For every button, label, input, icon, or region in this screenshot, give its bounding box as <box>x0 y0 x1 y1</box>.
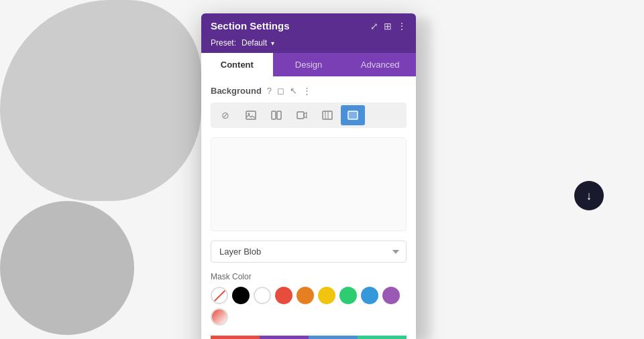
swatch-green[interactable] <box>339 287 357 304</box>
svg-rect-5 <box>323 111 332 119</box>
color-swatches <box>211 287 407 326</box>
down-arrow-button[interactable]: ↓ <box>574 181 604 210</box>
bg-type-color[interactable] <box>341 105 365 125</box>
bg-type-image[interactable] <box>239 105 263 125</box>
background-cursor-icon[interactable]: ↖ <box>290 86 297 96</box>
blob-shape-1 <box>0 0 201 201</box>
tab-content[interactable]: Content <box>201 53 273 76</box>
cancel-button[interactable]: ✕ <box>211 336 260 339</box>
swatch-black[interactable] <box>232 287 250 304</box>
background-preview-area <box>211 137 407 231</box>
background-link-icon[interactable]: ◻ <box>277 86 284 96</box>
preset-dropdown-icon[interactable]: ▾ <box>271 40 274 47</box>
svg-rect-2 <box>272 111 276 119</box>
swatch-blue[interactable] <box>361 287 378 304</box>
modal-header: Section Settings ⤢ ⊞ ⋮ <box>201 13 416 38</box>
svg-rect-4 <box>297 112 304 119</box>
mask-color-label: Mask Color <box>211 272 407 281</box>
modal-footer: ✕ ↺ ↻ ✓ <box>211 335 407 339</box>
modal-tabs: Content Design Advanced <box>201 53 416 76</box>
more-icon[interactable]: ⋮ <box>397 21 407 31</box>
preset-label: Preset: <box>211 38 236 48</box>
tab-advanced[interactable]: Advanced <box>344 53 416 76</box>
expand-icon[interactable]: ⤢ <box>370 21 378 31</box>
bg-type-none[interactable]: ⊘ <box>213 105 237 125</box>
swatch-orange[interactable] <box>297 287 314 304</box>
modal-body: Background ? ◻ ↖ ⋮ ⊘ <box>201 76 416 339</box>
background-types: ⊘ <box>211 103 407 128</box>
tab-design[interactable]: Design <box>273 53 345 76</box>
bg-type-gradient[interactable] <box>315 105 339 125</box>
modal-preset-row: Preset: Default ▾ <box>201 38 416 53</box>
swatch-transparent[interactable] <box>211 287 228 304</box>
svg-point-1 <box>248 113 250 115</box>
modal-header-icons: ⤢ ⊞ ⋮ <box>370 21 407 31</box>
svg-rect-3 <box>277 111 281 119</box>
blob-shape-2 <box>0 201 134 335</box>
bg-type-text-img[interactable] <box>264 105 288 125</box>
bg-type-video[interactable] <box>290 105 314 125</box>
background-more-icon[interactable]: ⋮ <box>303 86 311 96</box>
background-help-icon[interactable]: ? <box>267 86 272 96</box>
layer-dropdown[interactable]: Layer Blob Layer Circle Layer Square Lay… <box>211 241 407 263</box>
background-row: Background ? ◻ ↖ ⋮ <box>211 86 407 96</box>
swatch-red[interactable] <box>275 287 292 304</box>
preset-value[interactable]: Default <box>241 38 267 48</box>
layout-icon[interactable]: ⊞ <box>384 21 392 31</box>
modal-title: Section Settings <box>211 20 290 31</box>
svg-rect-8 <box>348 111 358 119</box>
settings-modal: Section Settings ⤢ ⊞ ⋮ Preset: Default ▾… <box>201 13 416 339</box>
redo-button[interactable]: ↻ <box>309 336 358 339</box>
swatch-white[interactable] <box>254 287 271 304</box>
swatch-gradient[interactable] <box>211 308 228 326</box>
swatch-yellow[interactable] <box>318 287 335 304</box>
swatch-purple[interactable] <box>382 287 400 304</box>
background-label: Background <box>211 86 262 96</box>
svg-rect-0 <box>246 111 256 119</box>
confirm-button[interactable]: ✓ <box>358 336 407 339</box>
undo-button[interactable]: ↺ <box>260 336 309 339</box>
